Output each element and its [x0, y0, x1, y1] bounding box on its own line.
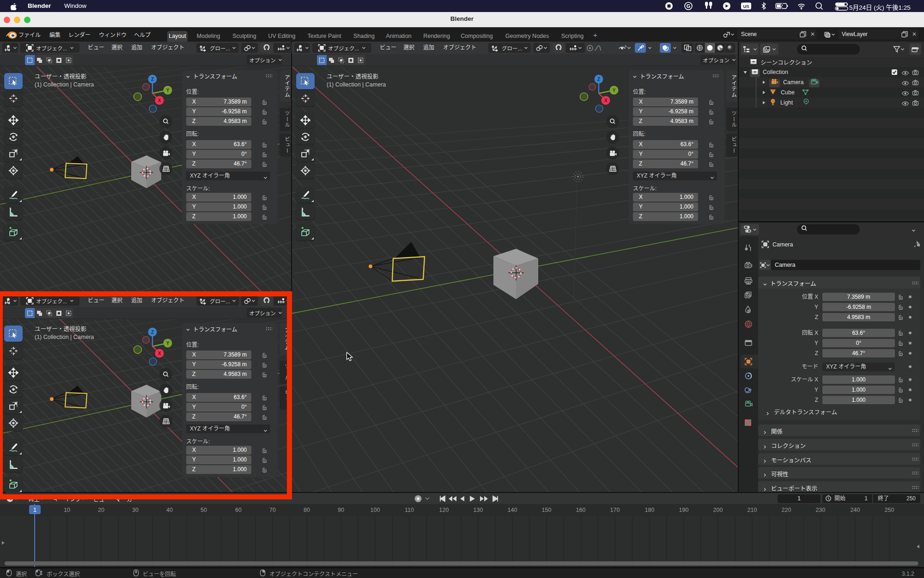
- svg-text:50: 50: [201, 507, 207, 513]
- svg-text:10: 10: [64, 507, 70, 513]
- svg-text:80: 80: [304, 507, 310, 513]
- svg-text:150: 150: [542, 507, 552, 513]
- svg-text:120: 120: [439, 507, 449, 513]
- svg-text:190: 190: [679, 507, 689, 513]
- svg-text:130: 130: [474, 507, 483, 513]
- svg-text:Z: Z: [151, 77, 154, 82]
- svg-text:X: X: [604, 98, 608, 103]
- svg-text:170: 170: [610, 507, 620, 513]
- svg-text:230: 230: [816, 507, 826, 513]
- svg-text:180: 180: [645, 507, 655, 513]
- svg-text:G: G: [687, 3, 691, 9]
- svg-text:1: 1: [33, 507, 36, 513]
- svg-text:160: 160: [576, 507, 586, 513]
- svg-text:200: 200: [713, 507, 723, 513]
- svg-text:30: 30: [132, 507, 139, 513]
- svg-text:70: 70: [269, 507, 276, 513]
- svg-text:60: 60: [235, 507, 242, 513]
- svg-text:140: 140: [508, 507, 517, 513]
- svg-text:Z: Z: [597, 77, 600, 82]
- svg-text:20: 20: [98, 507, 104, 513]
- svg-text:Y: Y: [613, 88, 616, 93]
- svg-text:110: 110: [405, 507, 414, 513]
- svg-text:X: X: [158, 98, 161, 103]
- svg-text:US: US: [743, 4, 749, 9]
- svg-text:250: 250: [885, 507, 894, 513]
- svg-text:100: 100: [371, 507, 380, 513]
- svg-text:Y: Y: [166, 88, 170, 93]
- svg-text:240: 240: [851, 507, 860, 513]
- svg-text:220: 220: [782, 507, 791, 513]
- svg-text:210: 210: [748, 507, 757, 513]
- svg-text:40: 40: [166, 507, 173, 513]
- svg-text:90: 90: [338, 507, 344, 513]
